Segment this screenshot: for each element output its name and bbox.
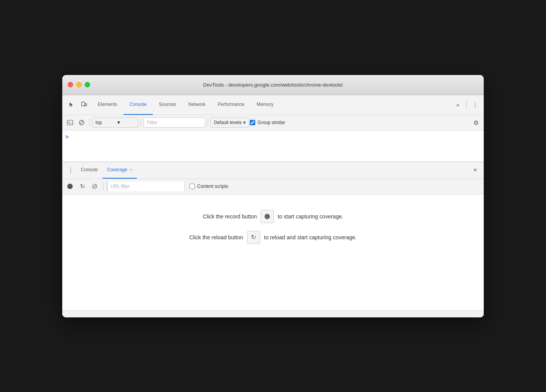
device-icon (81, 102, 87, 108)
toolbar-divider-3 (208, 119, 208, 126)
record-instruction: Click the record button to start capturi… (203, 210, 343, 223)
reload-instruction-after: to reload and start capturing coverage. (264, 234, 357, 240)
levels-label: Default levels (214, 120, 242, 125)
drawer-coverage-label: Coverage (107, 167, 127, 172)
reload-icon: ↻ (80, 183, 85, 190)
context-value: top (96, 120, 115, 125)
tab-performance[interactable]: Performance (212, 95, 251, 115)
tab-memory[interactable]: Memory (251, 95, 280, 115)
inspect-element-button[interactable] (65, 99, 78, 111)
traffic-lights (68, 82, 90, 87)
console-output: > (62, 131, 484, 162)
inline-record-dot (264, 214, 270, 219)
tab-sources[interactable]: Sources (153, 95, 182, 115)
clear-console-button[interactable] (76, 117, 87, 128)
minimize-button[interactable] (76, 82, 82, 87)
block-icon (78, 119, 85, 126)
maximize-button[interactable] (85, 82, 90, 87)
tab-network[interactable]: Network (182, 95, 212, 115)
toolbar-divider-2 (141, 119, 141, 126)
toolbar-separator (466, 100, 467, 109)
record-instruction-after: to start capturing coverage. (278, 213, 343, 220)
coverage-tab-close[interactable]: × (130, 167, 132, 172)
svg-line-7 (93, 185, 96, 188)
content-scripts-checkbox[interactable] (189, 184, 195, 189)
svg-line-5 (80, 121, 84, 124)
levels-arrow: ▾ (243, 120, 246, 125)
titlebar: DevTools - developers.google.com/web/too… (62, 75, 484, 95)
context-arrow: ▼ (116, 120, 136, 125)
url-filter-input[interactable] (107, 181, 184, 191)
context-selector[interactable]: top ▼ (92, 118, 138, 128)
devtools-menu-button[interactable]: ⋮ (470, 99, 481, 111)
drawer-close-button[interactable]: × (470, 165, 481, 176)
console-filter-input[interactable] (143, 118, 205, 128)
clear-button[interactable] (89, 181, 100, 192)
devtools-body: Elements Console Sources Network Perform… (62, 95, 484, 317)
content-scripts-label: Content scripts (197, 184, 228, 189)
group-similar-area: Group similar (250, 120, 285, 125)
record-button[interactable] (65, 181, 75, 192)
cursor-icon (68, 102, 75, 108)
window-title: DevTools - developers.google.com/web/too… (203, 82, 343, 88)
close-button[interactable] (68, 82, 73, 87)
drawer-tab-console[interactable]: Console (76, 162, 102, 179)
bottom-bar (62, 310, 484, 317)
drawer-tabbar: ⋮ Console Coverage × × (62, 162, 484, 179)
group-similar-label: Group similar (258, 120, 285, 125)
reload-instruction-before: Click the reload button (189, 234, 243, 240)
coverage-divider (103, 182, 104, 190)
group-similar-checkbox[interactable] (250, 120, 255, 125)
content-scripts-area: Content scripts (189, 184, 228, 189)
tab-list: Elements Console Sources Network Perform… (90, 95, 452, 115)
console-settings-button[interactable]: ⚙ (471, 117, 481, 128)
drawer-console-label: Console (81, 167, 98, 172)
record-dot-icon (67, 184, 73, 189)
drawer-tab-coverage[interactable]: Coverage × (102, 162, 136, 179)
svg-rect-0 (82, 102, 85, 106)
reload-instruction: Click the reload button ↻ to reload and … (189, 231, 357, 244)
inline-record-button[interactable] (261, 210, 274, 223)
coverage-content: Click the record button to start capturi… (62, 194, 484, 310)
tab-elements[interactable]: Elements (92, 95, 123, 115)
block-small-icon (92, 184, 97, 189)
console-toolbar: top ▼ Default levels ▾ Group similar ⚙ (62, 115, 484, 131)
url-filter-wrap (107, 181, 185, 191)
reload-button[interactable]: ↻ (77, 181, 88, 192)
coverage-toolbar: ↻ Content scripts (62, 179, 484, 194)
log-levels-button[interactable]: Default levels ▾ (210, 118, 249, 128)
svg-rect-1 (85, 104, 87, 106)
top-toolbar: Elements Console Sources Network Perform… (62, 95, 484, 115)
console-icon (67, 120, 73, 125)
drawer: ⋮ Console Coverage × × ↻ (62, 162, 484, 317)
more-tabs-button[interactable]: » (452, 99, 463, 111)
inline-reload-icon: ↻ (251, 233, 256, 241)
show-console-button[interactable] (65, 117, 75, 128)
console-prompt[interactable]: > (65, 132, 68, 140)
devtools-window: DevTools - developers.google.com/web/too… (62, 75, 484, 317)
drawer-more-button[interactable]: ⋮ (65, 165, 76, 176)
tab-console[interactable]: Console (123, 95, 153, 115)
record-instruction-before: Click the record button (203, 213, 257, 220)
inline-reload-button[interactable]: ↻ (247, 231, 260, 244)
device-toolbar-button[interactable] (78, 99, 90, 111)
toolbar-divider (89, 119, 90, 126)
